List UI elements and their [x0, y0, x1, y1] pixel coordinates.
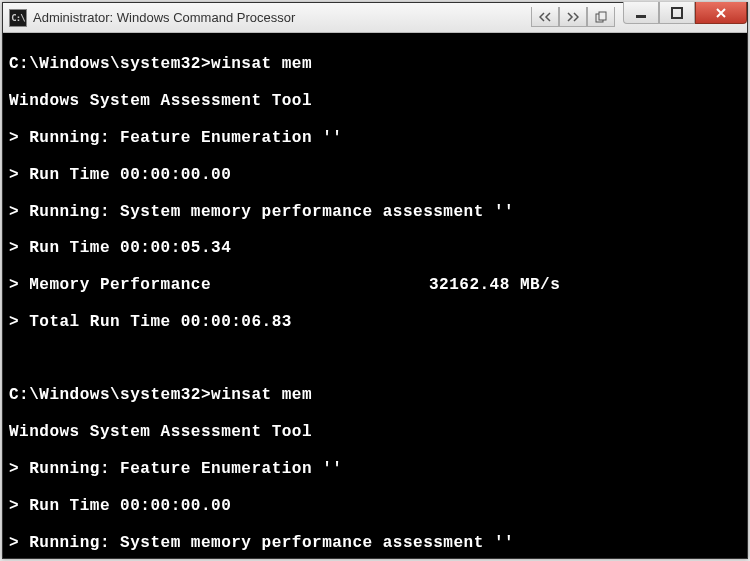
- svg-rect-1: [599, 12, 606, 20]
- output-line: > Running: Feature Enumeration '': [9, 129, 741, 147]
- output-line: > Total Run Time 00:00:06.83: [9, 313, 741, 331]
- window-title: Administrator: Windows Command Processor: [33, 10, 531, 25]
- mem-perf-value: 32162.48 MB/s: [429, 276, 560, 294]
- command-text: winsat mem: [211, 386, 312, 404]
- maximize-button[interactable]: [659, 2, 695, 24]
- output-line: > Memory Performance32162.48 MB/s: [9, 276, 741, 294]
- output-line: > Running: Feature Enumeration '': [9, 460, 741, 478]
- prompt: C:\Windows\system32>: [9, 55, 211, 73]
- output-line: > Run Time 00:00:00.00: [9, 166, 741, 184]
- prompt: C:\Windows\system32>: [9, 386, 211, 404]
- window-controls: [623, 3, 747, 32]
- svg-rect-3: [672, 8, 682, 18]
- output-line: Windows System Assessment Tool: [9, 423, 741, 441]
- copy-button[interactable]: [587, 7, 615, 27]
- command-text: winsat mem: [211, 55, 312, 73]
- minimize-button[interactable]: [623, 2, 659, 24]
- prev-button[interactable]: [531, 7, 559, 27]
- close-button[interactable]: [695, 2, 747, 24]
- output-line: > Running: System memory performance ass…: [9, 534, 741, 552]
- output-line: C:\Windows\system32>winsat mem: [9, 55, 741, 73]
- output-line: Windows System Assessment Tool: [9, 92, 741, 110]
- titlebar[interactable]: C:\ Administrator: Windows Command Proce…: [3, 3, 747, 33]
- app-icon: C:\: [9, 9, 27, 27]
- cmd-icon: C:\: [11, 13, 24, 23]
- blank-line: [9, 350, 741, 368]
- command-prompt-window: C:\ Administrator: Windows Command Proce…: [2, 2, 748, 559]
- terminal-output[interactable]: C:\Windows\system32>winsat mem Windows S…: [3, 33, 747, 558]
- output-line: > Run Time 00:00:00.00: [9, 497, 741, 515]
- mem-perf-label: > Memory Performance: [9, 276, 429, 294]
- output-line: C:\Windows\system32>winsat mem: [9, 386, 741, 404]
- output-line: > Run Time 00:00:05.34: [9, 239, 741, 257]
- svg-rect-2: [636, 15, 646, 18]
- output-line: > Running: System memory performance ass…: [9, 203, 741, 221]
- extra-window-controls: [531, 8, 615, 27]
- next-button[interactable]: [559, 7, 587, 27]
